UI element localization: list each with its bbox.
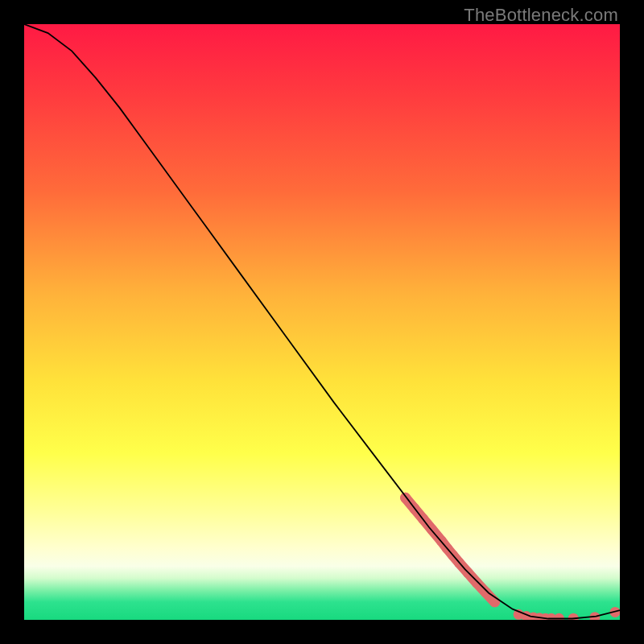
plot-background bbox=[24, 24, 620, 620]
chart-frame: TheBottleneck.com bbox=[0, 0, 644, 644]
data-point bbox=[472, 578, 482, 588]
watermark-text: TheBottleneck.com bbox=[464, 5, 618, 26]
data-point bbox=[489, 597, 500, 607]
data-point bbox=[481, 587, 491, 597]
chart-plot bbox=[24, 24, 620, 620]
